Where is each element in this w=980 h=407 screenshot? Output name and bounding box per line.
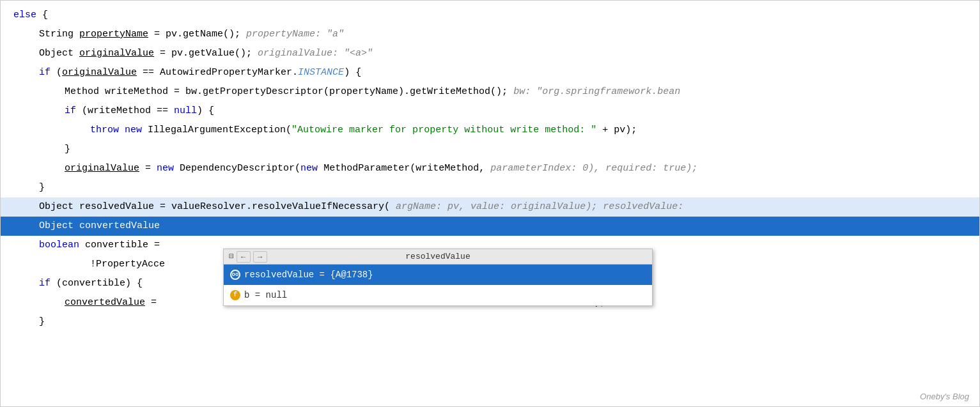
- code-line-4: if (originalValue == AutowiredPropertyMa…: [1, 63, 979, 82]
- tooltip-title: resolvedValue: [405, 252, 470, 261]
- code-text: Object convertedValue: [13, 217, 160, 236]
- nav-back-button[interactable]: ←: [237, 251, 251, 263]
- code-text: Object originalValue = pv.getValue(); or…: [39, 44, 373, 63]
- tooltip-item-text-0: resolvedValue = {A@1738}: [244, 266, 373, 283]
- code-text: originalValue = new DependencyDescriptor…: [65, 159, 697, 178]
- code-text: throw new IllegalArgumentException("Auto…: [90, 121, 637, 140]
- code-line-2: String propertyName = pv.getName(); prop…: [1, 25, 979, 44]
- code-text: boolean convertible =: [39, 236, 160, 255]
- variable-icon-oo: oo: [230, 270, 240, 280]
- code-line-3: Object originalValue = pv.getValue(); or…: [1, 44, 979, 63]
- code-text: }: [39, 312, 45, 332]
- tooltip-item-0[interactable]: oo resolvedValue = {A@1738}: [224, 265, 652, 285]
- code-text: Object resolvedValue = valueResolver.res…: [13, 197, 683, 217]
- code-text: if (convertible) {: [39, 274, 143, 293]
- code-line-8: }: [1, 140, 979, 159]
- code-text: else {: [13, 6, 48, 25]
- nav-forward-button[interactable]: →: [253, 251, 267, 263]
- tooltip-item-1[interactable]: f b = null: [224, 285, 652, 305]
- watermark: Oneby's Blog: [920, 392, 969, 401]
- tooltip-item-text-1: b = null: [244, 287, 287, 303]
- code-text: if (writeMethod == null) {: [65, 102, 214, 121]
- code-line-5: Method writeMethod = bw.getPropertyDescr…: [1, 82, 979, 102]
- code-line-1: else {: [1, 6, 979, 25]
- nav-icon: ⊟: [229, 251, 234, 263]
- code-line-9: originalValue = new DependencyDescriptor…: [1, 159, 979, 178]
- variable-tooltip: ⊟ ← → resolvedValue oo resolvedValue = {…: [223, 249, 653, 306]
- code-line-6: if (writeMethod == null) {: [1, 102, 979, 121]
- code-text: }: [65, 140, 70, 159]
- code-text: if (originalValue == AutowiredPropertyMa…: [39, 63, 361, 82]
- tooltip-nav: ⊟ ← →: [229, 251, 267, 263]
- variable-icon-f: f: [230, 290, 240, 300]
- code-line-10: }: [1, 178, 979, 197]
- code-line-11: Object resolvedValue = valueResolver.res…: [1, 197, 979, 217]
- code-text: String propertyName = pv.getName(); prop…: [39, 25, 344, 44]
- code-text: }: [39, 178, 45, 197]
- code-editor: else { String propertyName = pv.getName(…: [0, 0, 980, 407]
- code-text: !PropertyAcce: [90, 255, 165, 274]
- code-text: Method writeMethod = bw.getPropertyDescr…: [65, 82, 680, 102]
- code-line-7: throw new IllegalArgumentException("Auto…: [1, 121, 979, 140]
- code-line-12: Object convertedValue: [1, 217, 979, 236]
- tooltip-header: ⊟ ← → resolvedValue: [224, 249, 652, 265]
- code-line-17: }: [1, 312, 979, 332]
